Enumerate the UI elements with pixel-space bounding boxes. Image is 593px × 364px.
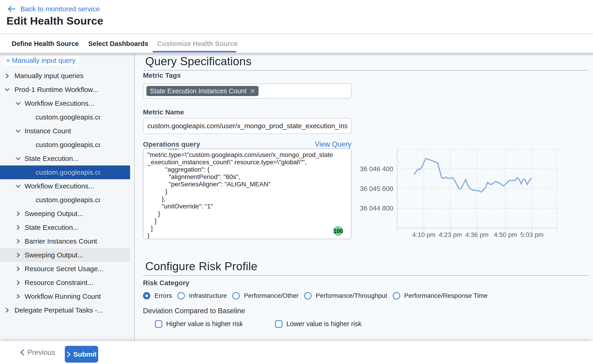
svg-text:4:50 pm: 4:50 pm [494, 231, 517, 238]
back-link[interactable]: Back to monitored service [8, 5, 100, 13]
previous-button-label: Previous [27, 348, 55, 357]
chevron-icon[interactable] [14, 184, 22, 189]
query-tree-sidebar: + Manually input query Manually input qu… [0, 53, 135, 341]
tree-row[interactable]: Resource Secret Usage... [0, 262, 130, 276]
chevron-icon[interactable] [14, 266, 22, 271]
radio-icon [143, 292, 150, 299]
chevron-icon[interactable] [3, 73, 11, 78]
chevron-icon[interactable] [14, 129, 22, 134]
view-query-link[interactable]: View Query [315, 140, 352, 149]
metric-preview-chart: 36 044 80036 045 60036 046 4004:10 pm4:2… [358, 143, 591, 250]
checkbox-lower-value-is-higher-risk[interactable]: Lower value is higher risk [275, 320, 362, 328]
chevron-icon[interactable] [14, 211, 22, 216]
risk-radio-performance-throughput[interactable]: Performance/Throughput [304, 292, 387, 299]
svg-text:4:10 pm: 4:10 pm [412, 231, 436, 238]
tree-row-label: Workflow Running Count [25, 292, 101, 300]
tab-label: Select Dashboards [88, 40, 148, 48]
deviation-checkboxes: Higher value is higher risk Lower value … [155, 320, 362, 328]
tree-row-label: Resource Constraint... [25, 279, 93, 286]
metric-name-input[interactable]: custom.googleapis.com/user/x_mongo_prod_… [143, 118, 352, 134]
active-tab-underline [153, 51, 236, 52]
risk-radio-errors[interactable]: Errors [143, 292, 172, 299]
tree-row-label: Sweeping Output... [25, 210, 83, 218]
remove-tag-icon[interactable] [250, 88, 255, 94]
svg-text:4:36 pm: 4:36 pm [465, 231, 489, 238]
risk-radio-performance-other[interactable]: Performance/Other [232, 292, 299, 299]
chevron-icon[interactable] [14, 253, 22, 258]
metric-tags-input[interactable]: State Execution Instances Count [143, 83, 352, 99]
tree-row[interactable]: Sweeping Output... [0, 248, 130, 262]
tree-row[interactable]: Workflow Executions... [0, 97, 130, 110]
tree-row[interactable]: State Execution... [0, 152, 130, 165]
section-divider [143, 275, 589, 276]
section-divider [143, 70, 589, 71]
svg-text:36 045 600: 36 045 600 [360, 185, 393, 192]
tree-row-label: Delegate Perpetual Tasks -... [14, 306, 103, 314]
arrow-left-icon [8, 6, 15, 13]
operations-query-text: "filter": "metric.type=\"custom.googleap… [147, 149, 335, 239]
tree-row[interactable]: custom.googleapis.com [0, 110, 130, 124]
tree-row[interactable]: Delegate Perpetual Tasks -... [0, 303, 130, 317]
tree-row[interactable]: custom.googleapis.com [0, 165, 130, 179]
checkbox-higher-value-is-higher-risk[interactable]: Higher value is higher risk [155, 320, 243, 328]
footer-bar: Previous Submit [0, 341, 593, 364]
tree-row[interactable]: custom.googleapis.com [0, 138, 130, 152]
tab-customize-health-source[interactable]: Customize Health Source [153, 34, 242, 53]
tree-row-label: custom.googleapis.com [36, 169, 100, 176]
add-manual-query-button[interactable]: + Manually input query [4, 56, 79, 65]
chevron-icon[interactable] [14, 239, 22, 244]
tree-row[interactable]: custom.googleapis.com [0, 193, 130, 207]
radio-label: Performance/Response Time [404, 292, 488, 299]
tree-row-label: Instance Count [25, 127, 71, 135]
radio-label: Infrastructure [189, 292, 227, 299]
content-area: + Manually input query Manually input qu… [0, 53, 593, 341]
chevron-right-icon [66, 351, 71, 358]
tree-row[interactable]: Manually input queries [0, 69, 130, 83]
tree-row[interactable]: State Execution... [0, 221, 130, 234]
tree-row[interactable]: Workflow Running Count [0, 290, 130, 303]
chevron-icon[interactable] [14, 225, 22, 230]
checkbox-label: Lower value is higher risk [286, 320, 362, 328]
chevron-icon[interactable] [3, 308, 11, 313]
tree-row[interactable]: Barrier Instances Count [0, 234, 130, 248]
tab-define-health-source[interactable]: Define Health Source [7, 34, 84, 53]
page-title: Edit Health Source [7, 14, 103, 27]
tree-row[interactable]: Resource Constraint... [0, 276, 130, 290]
chevron-icon[interactable] [14, 101, 22, 106]
metric-tag-chip-label: State Execution Instances Count [150, 87, 247, 95]
risk-category-options: Errors Infrastructure Performance/Other … [143, 292, 488, 299]
tree-row[interactable]: Workflow Executions... [0, 179, 130, 193]
risk-radio-performance-response-time[interactable]: Performance/Response Time [393, 292, 488, 299]
operations-query-textarea[interactable]: "filter": "metric.type=\"custom.googleap… [143, 149, 352, 239]
risk-radio-infrastructure[interactable]: Infrastructure [177, 292, 227, 299]
tree-row-label: Workflow Executions... [25, 99, 94, 107]
tree-row[interactable]: Instance Count [0, 124, 130, 138]
query-specifications-heading: Query Specifications [145, 55, 252, 68]
back-link-label: Back to monitored service [20, 5, 100, 13]
tab-bar: Define Health Source Select Dashboards C… [0, 34, 593, 53]
tab-label: Define Health Source [12, 40, 79, 48]
tree-row-label: custom.googleapis.com [36, 113, 100, 121]
checkbox-label: Higher value is higher risk [166, 320, 243, 328]
configure-risk-profile-heading: Configure Risk Profile [145, 260, 257, 273]
svg-text:5:03 pm: 5:03 pm [520, 231, 544, 238]
chevron-icon[interactable] [14, 156, 22, 161]
operations-query-label: Operations query [143, 140, 200, 148]
radio-label: Performance/Throughput [316, 292, 387, 299]
tree-row[interactable]: Prod-1 Runtime Workflow... [0, 83, 130, 97]
tab-select-dashboards[interactable]: Select Dashboards [84, 34, 153, 53]
chevron-icon[interactable] [3, 87, 11, 92]
checkbox-icon [155, 320, 162, 328]
tree-row[interactable]: Sweeping Output... [0, 207, 130, 221]
radio-label: Performance/Other [244, 292, 299, 299]
metric-tag-chip[interactable]: State Execution Instances Count [146, 86, 259, 96]
chevron-icon[interactable] [14, 294, 22, 299]
metric-name-value: custom.googleapis.com/user/x_mongo_prod_… [147, 122, 347, 130]
previous-button[interactable]: Previous [20, 345, 55, 360]
submit-button[interactable]: Submit [65, 346, 98, 363]
radio-label: Errors [155, 292, 172, 299]
tree-row-label: State Execution... [25, 224, 78, 231]
risk-category-label: Risk Category [143, 279, 189, 287]
radio-icon [232, 292, 240, 299]
chevron-icon[interactable] [14, 280, 22, 285]
